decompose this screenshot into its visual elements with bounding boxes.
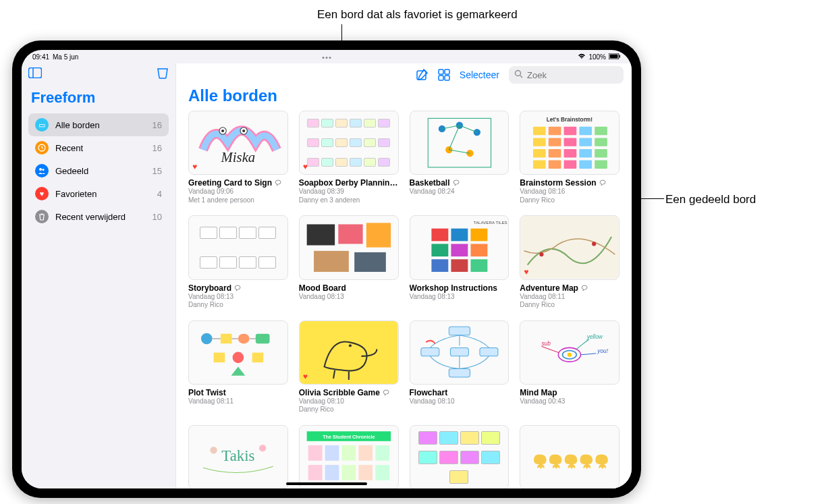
multitask-dots[interactable]	[322, 53, 332, 60]
svg-rect-89	[449, 368, 470, 376]
svg-text:Miska: Miska	[221, 150, 256, 165]
sidebar-item-favorites[interactable]: ♥ Favorieten 4	[28, 182, 169, 205]
board-item[interactable]: ♥Soapbox Derby Plannin…Vandaag 08:39Dann…	[299, 111, 399, 204]
svg-point-97	[210, 447, 217, 453]
board-thumbnail: TALAVERA TILES	[410, 215, 510, 279]
board-thumbnail: Let's Brainstorm!	[520, 111, 620, 175]
svg-point-19	[242, 130, 245, 132]
sidebar-item-count: 10	[153, 212, 162, 222]
svg-rect-101	[308, 445, 322, 461]
battery-icon	[609, 53, 621, 61]
trash-icon	[35, 210, 49, 223]
svg-rect-73	[256, 333, 270, 343]
sidebar-toggle-icon[interactable]	[28, 67, 42, 82]
svg-rect-67	[521, 216, 619, 279]
board-item[interactable]	[410, 425, 510, 488]
favorite-heart-icon: ♥	[303, 372, 308, 381]
svg-rect-52	[306, 225, 334, 246]
board-thumbnail: ♥	[520, 215, 620, 279]
svg-point-82	[349, 344, 352, 347]
svg-rect-11	[439, 76, 443, 80]
svg-rect-60	[470, 229, 487, 242]
board-timestamp: Vandaag 08:10	[410, 397, 510, 406]
favorite-heart-icon: ♥	[524, 267, 528, 277]
board-thumbnail	[299, 215, 399, 279]
wifi-icon	[578, 53, 586, 61]
archive-icon[interactable]	[157, 67, 169, 82]
svg-rect-37	[533, 138, 546, 146]
sidebar-item-count: 16	[153, 143, 162, 153]
svg-rect-106	[308, 465, 322, 480]
board-title: Plot Twist	[188, 388, 226, 397]
board-item[interactable]: Takis	[188, 425, 288, 488]
shared-badge-icon	[453, 179, 460, 187]
sidebar-item-count: 15	[153, 166, 162, 176]
svg-rect-50	[580, 161, 593, 169]
board-timestamp: Vandaag 09:06	[188, 188, 288, 196]
select-button[interactable]: Selecteer	[460, 69, 499, 80]
board-title: Storyboard	[188, 283, 231, 293]
svg-rect-72	[238, 333, 250, 343]
grid-view-icon[interactable]	[438, 69, 450, 81]
svg-point-70	[201, 333, 213, 344]
search-box[interactable]	[509, 66, 624, 84]
board-item[interactable]: The Student Chronicle	[299, 425, 399, 488]
board-item[interactable]: Mood BoardVandaag 08:13	[299, 215, 399, 309]
board-item[interactable]: sub yellow you! Mind MapVandaag 00:43	[520, 320, 620, 414]
svg-rect-79	[252, 352, 264, 362]
svg-line-30	[449, 125, 460, 150]
board-thumbnail	[410, 425, 510, 488]
svg-rect-109	[358, 465, 373, 480]
all-boards-icon: ▭	[35, 118, 49, 132]
svg-point-78	[233, 352, 244, 363]
svg-rect-46	[595, 149, 607, 157]
search-input[interactable]	[527, 70, 632, 80]
board-item[interactable]	[520, 425, 620, 488]
new-board-icon[interactable]	[416, 69, 429, 81]
sidebar-item-label: Favorieten	[55, 189, 157, 199]
sidebar-item-shared[interactable]: Gedeeld 15	[28, 159, 169, 182]
svg-rect-2	[620, 55, 621, 57]
board-thumbnail: ♥	[299, 111, 399, 175]
board-item[interactable]: Miska ♥Greeting Card to SignVandaag 09:0…	[188, 111, 288, 204]
svg-rect-48	[549, 161, 561, 169]
svg-point-69	[592, 242, 596, 246]
board-author: Met 1 andere persoon	[188, 196, 288, 205]
board-item[interactable]: ♥Olivia Scribble GameVandaag 08:10Danny …	[299, 320, 399, 414]
sidebar-item-all-boards[interactable]: ▭ Alle borden 16	[28, 113, 169, 136]
svg-text:sub: sub	[542, 340, 551, 347]
svg-rect-65	[451, 260, 468, 273]
content-area: Selecteer Alle borden	[175, 63, 632, 488]
board-item[interactable]: Plot TwistVandaag 08:11	[188, 320, 288, 414]
favorite-heart-icon: ♥	[303, 162, 308, 171]
svg-text:TALAVERA TILES: TALAVERA TILES	[473, 221, 507, 225]
sidebar-item-count: 16	[153, 120, 162, 130]
status-bar: 09:41 Ma 5 jun 100%	[22, 50, 632, 63]
svg-rect-66	[470, 260, 487, 273]
sidebar-item-recent[interactable]: Recent 16	[28, 136, 169, 159]
board-title: Olivia Scribble Game	[299, 388, 380, 397]
board-thumbnail: Miska ♥	[188, 111, 288, 175]
svg-rect-12	[445, 76, 449, 80]
board-title: Mind Map	[520, 388, 557, 397]
svg-rect-41	[595, 138, 607, 146]
board-thumbnail: ♥	[299, 320, 399, 385]
home-indicator[interactable]	[286, 482, 367, 485]
board-item[interactable]: TALAVERA TILES Workshop InstructionsVand…	[410, 215, 510, 309]
board-item[interactable]: StoryboardVandaag 08:13Danny Rico	[188, 215, 288, 309]
svg-rect-104	[358, 445, 373, 461]
board-title: Mood Board	[299, 283, 346, 293]
svg-rect-87	[450, 347, 468, 356]
sidebar-item-recently-deleted[interactable]: Recent verwijderd 10	[28, 205, 169, 228]
svg-rect-44	[564, 149, 577, 157]
board-item[interactable]: FlowchartVandaag 08:10	[410, 320, 510, 414]
board-item[interactable]: BasketballVandaag 08:24	[410, 111, 510, 204]
svg-rect-55	[314, 251, 349, 272]
board-item[interactable]: ♥Adventure MapVandaag 08:11Danny Rico	[520, 215, 620, 309]
svg-rect-108	[341, 465, 356, 480]
svg-rect-45	[580, 149, 593, 157]
svg-rect-53	[338, 225, 362, 244]
sidebar-item-label: Gedeeld	[55, 166, 153, 176]
board-timestamp: Vandaag 08:13	[188, 293, 288, 302]
board-item[interactable]: Let's Brainstorm! Brainstorm SessionVand…	[520, 111, 620, 204]
